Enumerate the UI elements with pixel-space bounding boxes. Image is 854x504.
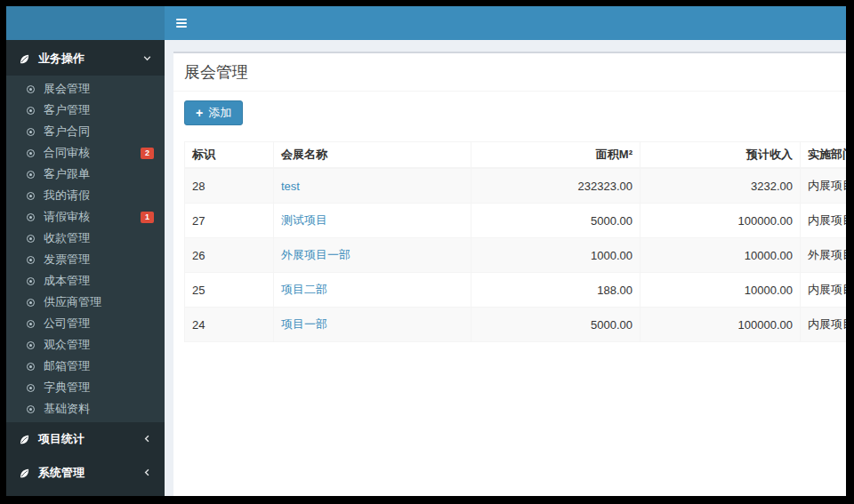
table-row: 26 外展项目一部 1000.00 10000.00 外展项目 xyxy=(185,238,847,273)
column-header-implementing-department: 实施部门 xyxy=(801,142,847,169)
sidebar-section-label: 业务操作 xyxy=(38,51,85,67)
dot-circle-icon xyxy=(27,85,35,93)
logo-area xyxy=(6,6,165,40)
sidebar-section-label: 项目统计 xyxy=(38,431,85,447)
cell-area: 232323.00 xyxy=(471,168,640,204)
sidebar-section-business-operations[interactable]: 业务操作 xyxy=(6,42,165,76)
sidebar-section-system-management[interactable]: 系统管理 xyxy=(6,456,165,490)
hamburger-icon xyxy=(176,22,187,24)
column-header-expected-income: 预计收入 xyxy=(640,142,801,169)
dot-circle-icon xyxy=(27,384,35,392)
sidebar-item-my-leave[interactable]: 我的请假 xyxy=(6,185,165,206)
table-row: 27 测试项目 5000.00 100000.00 内展项目 xyxy=(185,204,847,238)
leaf-icon xyxy=(19,53,30,65)
table-row: 28 test 232323.00 3232.00 内展项目 xyxy=(185,168,847,204)
cell-department: 内展项目 xyxy=(801,308,847,342)
sidebar-item-dictionary-management[interactable]: 字典管理 xyxy=(6,377,165,398)
table-row: 24 项目一部 5000.00 100000.00 内展项目 xyxy=(185,308,847,342)
hamburger-icon xyxy=(176,19,187,20)
cell-income: 100000.00 xyxy=(640,308,801,342)
page-title: 展会管理 xyxy=(184,62,835,82)
box-body: + 添加 标识 xyxy=(173,92,846,349)
table-row: 25 项目二部 188.00 10000.00 内展项目 xyxy=(185,273,847,308)
exhibition-link[interactable]: 测试项目 xyxy=(281,213,327,227)
cell-id: 26 xyxy=(185,238,274,273)
cell-area: 5000.00 xyxy=(471,308,640,342)
dot-circle-icon xyxy=(27,363,35,371)
cell-income: 100000.00 xyxy=(640,204,801,238)
cell-income: 3232.00 xyxy=(640,168,801,204)
table-header-row: 标识 会展名称 面积M² 预计收入 实施部门 xyxy=(185,142,847,169)
app-window: 业务操作 展会管理 客户管理 客户合同 xyxy=(6,6,846,496)
sidebar-section-label: 系统管理 xyxy=(38,465,85,481)
chevron-left-icon xyxy=(142,467,152,480)
content-box: 展会管理 + 添加 xyxy=(173,52,846,496)
sidebar-item-audience-management[interactable]: 观众管理 xyxy=(6,334,165,356)
dot-circle-icon xyxy=(27,320,35,328)
sidebar-item-basic-data[interactable]: 基础资料 xyxy=(6,398,165,420)
sidebar: 业务操作 展会管理 客户管理 客户合同 xyxy=(6,6,165,496)
column-header-id: 标识 xyxy=(185,142,274,169)
dot-circle-icon xyxy=(27,235,35,243)
sidebar-item-invoice-management[interactable]: 发票管理 xyxy=(6,249,165,270)
hamburger-icon xyxy=(176,26,187,28)
cell-department: 内展项目 xyxy=(801,273,847,308)
cell-area: 5000.00 xyxy=(471,204,640,238)
sidebar-submenu: 展会管理 客户管理 客户合同 合同审核 2 客户跟单 xyxy=(6,76,165,422)
dot-circle-icon xyxy=(27,405,35,413)
sidebar-item-customer-contract[interactable]: 客户合同 xyxy=(6,121,165,142)
cell-department: 内展项目 xyxy=(801,204,847,238)
sidebar-item-supplier-management[interactable]: 供应商管理 xyxy=(6,292,165,313)
dot-circle-icon xyxy=(27,192,35,200)
dot-circle-icon xyxy=(27,213,35,221)
content-wrapper: 展会管理 + 添加 xyxy=(165,40,846,496)
exhibitions-table: 标识 会展名称 面积M² 预计收入 实施部门 28 test 2 xyxy=(184,141,846,342)
dot-circle-icon xyxy=(27,256,35,264)
dot-circle-icon xyxy=(27,128,35,136)
chevron-down-icon xyxy=(142,52,152,66)
cell-department: 内展项目 xyxy=(801,168,847,204)
exhibition-link[interactable]: 项目二部 xyxy=(281,283,327,296)
cell-area: 1000.00 xyxy=(471,238,640,273)
plus-icon: + xyxy=(196,107,203,119)
exhibition-link[interactable]: test xyxy=(281,180,300,193)
sidebar-item-company-management[interactable]: 公司管理 xyxy=(6,313,165,334)
notification-badge: 2 xyxy=(141,148,154,159)
cell-id: 27 xyxy=(185,204,274,238)
sidebar-item-leave-review[interactable]: 请假审核 1 xyxy=(6,206,165,228)
cell-id: 28 xyxy=(185,168,274,204)
cell-income: 10000.00 xyxy=(640,273,801,308)
column-header-area: 面积M² xyxy=(471,142,640,169)
chevron-left-icon xyxy=(142,433,152,446)
sidebar-item-payment-management[interactable]: 收款管理 xyxy=(6,228,165,249)
sidebar-item-mailbox-management[interactable]: 邮箱管理 xyxy=(6,356,165,377)
notification-badge: 1 xyxy=(141,212,154,223)
column-header-exhibition-name: 会展名称 xyxy=(274,142,471,169)
top-navbar xyxy=(165,6,846,40)
sidebar-toggle-button[interactable] xyxy=(165,6,198,40)
cell-id: 25 xyxy=(185,273,274,308)
sidebar-item-exhibition-management[interactable]: 展会管理 xyxy=(6,78,165,100)
add-button[interactable]: + 添加 xyxy=(184,100,243,125)
dot-circle-icon xyxy=(27,107,35,115)
sidebar-item-customer-management[interactable]: 客户管理 xyxy=(6,100,165,121)
cell-income: 10000.00 xyxy=(640,238,801,273)
sidebar-item-customer-follow-up[interactable]: 客户跟单 xyxy=(6,164,165,185)
cell-id: 24 xyxy=(185,308,274,342)
dot-circle-icon xyxy=(27,299,35,307)
sidebar-item-contract-review[interactable]: 合同审核 2 xyxy=(6,142,165,164)
dot-circle-icon xyxy=(27,149,35,157)
exhibition-link[interactable]: 项目一部 xyxy=(281,317,327,331)
sidebar-section-project-statistics[interactable]: 项目统计 xyxy=(6,422,165,456)
leaf-icon xyxy=(19,468,30,479)
dot-circle-icon xyxy=(27,277,35,285)
sidebar-menu: 业务操作 展会管理 客户管理 客户合同 xyxy=(6,40,165,496)
leaf-icon xyxy=(19,434,30,445)
dot-circle-icon xyxy=(27,341,35,349)
box-header: 展会管理 xyxy=(173,53,846,92)
cell-area: 188.00 xyxy=(471,273,640,308)
main-area: 展会管理 + 添加 xyxy=(165,6,846,496)
dot-circle-icon xyxy=(27,171,35,179)
exhibition-link[interactable]: 外展项目一部 xyxy=(281,248,350,261)
sidebar-item-cost-management[interactable]: 成本管理 xyxy=(6,270,165,292)
